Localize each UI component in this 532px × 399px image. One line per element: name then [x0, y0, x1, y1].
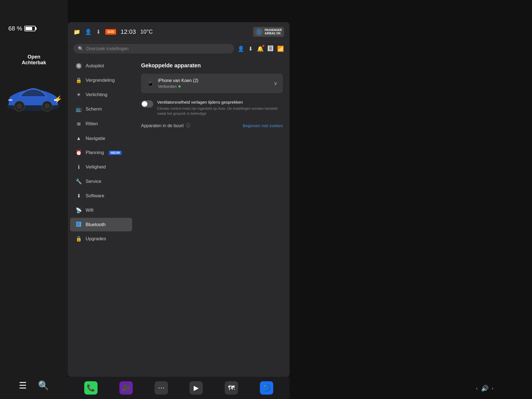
map-taskbar-icon[interactable]: 🗺 [225, 381, 238, 395]
connected-dot [178, 85, 181, 88]
vergrendeling-label: Vergrendeling [86, 78, 115, 83]
device-status: Verbonden [158, 84, 270, 89]
phone-taskbar-icon[interactable]: 📞 [84, 381, 98, 395]
charging-icon: ⚡ [54, 95, 62, 103]
ritten-label: Ritten [86, 121, 98, 127]
device-info: iPhone van Koen (2) Verbonden [158, 78, 270, 89]
nearby-section: Apparaten in de buurt ⓘ Beginnen met zoe… [141, 123, 283, 129]
header-time: 12:03 [121, 28, 136, 35]
verlichting-label: Verlichting [86, 92, 107, 98]
sidebar-item-autopilot[interactable]: 🔘 Autopilot [70, 59, 132, 73]
service-label: Service [86, 179, 101, 184]
user-icon[interactable]: 👤 [237, 45, 244, 52]
search-bar[interactable]: 🔍 Doorzoek instellingen [73, 44, 234, 53]
dots-taskbar-icon[interactable]: ⋯ [155, 381, 168, 395]
search-icon-left[interactable]: 🔍 [38, 380, 49, 391]
info-icon[interactable]: ⓘ [186, 123, 190, 129]
sidebar-item-software[interactable]: ⬇ Software [70, 189, 132, 203]
toggle-subtitle: Climate control moet zijn ingesteld op A… [157, 106, 283, 116]
planning-icon: ⏰ [76, 150, 82, 156]
bottom-left-icons: ☰ 🔍 [0, 380, 68, 391]
nearby-text: Apparaten in de buurt [141, 123, 184, 128]
sidebar-item-navigatie[interactable]: ▲ Navigatie [70, 132, 132, 145]
top-right-icons: 👤 ⬇ 🔔 🅱 📶 [237, 45, 284, 52]
sidebar-item-vergrendeling[interactable]: 🔒 Vergrendeling [70, 73, 132, 87]
device-card[interactable]: 📱 iPhone van Koen (2) Verbonden ∨ [141, 74, 283, 93]
veiligheid-label: Veiligheid [86, 164, 106, 170]
ritten-icon: ≋ [76, 121, 82, 127]
search-icon: 🔍 [78, 46, 83, 51]
verlichting-icon: ☀ [76, 92, 82, 98]
bluetooth-taskbar-icon[interactable]: 🔵 [260, 381, 273, 395]
navigatie-icon: ▲ [76, 135, 82, 141]
sidebar-item-bluetooth[interactable]: 🅱 Bluetooth [70, 218, 132, 231]
next-arrow[interactable]: › [492, 386, 493, 391]
svg-point-4 [44, 103, 50, 109]
planning-label: Planning [86, 150, 104, 155]
sidebar-item-planning[interactable]: ⏰ Planning NIEUW [70, 146, 132, 160]
wifi-icon: 📡 [76, 207, 82, 213]
sidebar-item-ritten[interactable]: ≋ Ritten [70, 117, 132, 131]
new-badge: NIEUW [109, 151, 121, 155]
sidebar-item-veiligheid[interactable]: ℹ Veiligheid [70, 160, 132, 174]
nearby-label: Apparaten in de buurt ⓘ [141, 123, 190, 129]
volume-icon[interactable]: 🔊 [481, 385, 488, 392]
autopilot-label: Autopilot [86, 63, 104, 69]
menu-icon[interactable]: ☰ [19, 380, 27, 391]
paired-devices-title: Gekoppelde apparaten [141, 62, 283, 69]
battery-icon [24, 26, 35, 31]
camera-taskbar-icon[interactable]: 🎥 [119, 381, 133, 395]
fan-toggle[interactable] [141, 100, 153, 108]
device-name: iPhone van Koen (2) [158, 78, 270, 83]
chevron-down-icon[interactable]: ∨ [274, 80, 277, 86]
svg-rect-6 [8, 99, 12, 101]
bluetooth-sidebar-icon: 🅱 [76, 222, 82, 227]
passenger-text: PASSENGER AIRBAG ON [265, 29, 282, 35]
folder-icon[interactable]: 📁 [73, 29, 80, 35]
autopilot-icon: 🔘 [76, 63, 82, 69]
toggle-description: Ventilatorsnelheid verlagen tijdens gesp… [157, 100, 283, 116]
upgrades-icon: 🔒 [76, 236, 82, 242]
veiligheid-icon: ℹ [76, 164, 82, 170]
main-content: 🔘 Autopilot 🔒 Vergrendeling ☀ Verlichtin… [68, 56, 290, 377]
svg-point-2 [17, 103, 22, 109]
sidebar: 🔘 Autopilot 🔒 Vergrendeling ☀ Verlichtin… [68, 56, 134, 377]
notification-dot [262, 45, 264, 47]
taskbar: 📞 🎥 ⋯ ▶ 🗺 🔵 [68, 377, 290, 399]
search-placeholder[interactable]: Doorzoek instellingen [86, 46, 129, 51]
sidebar-item-scherm[interactable]: 📺 Scherm [70, 102, 132, 116]
navigatie-label: Navigatie [86, 136, 105, 141]
airbag-icon: 👤 [255, 28, 263, 36]
sos-badge[interactable]: SOS [105, 29, 116, 35]
download-icon[interactable]: ⬇ [248, 45, 253, 52]
scherm-label: Scherm [86, 106, 102, 112]
vergrendeling-icon: 🔒 [76, 77, 82, 83]
prev-arrow[interactable]: ‹ [476, 386, 477, 391]
battery-info: 68 % [8, 25, 35, 32]
sidebar-item-wifi[interactable]: 📡 Wifi [70, 203, 132, 217]
wifi-label: Wifi [86, 208, 93, 213]
sidebar-item-verlichting[interactable]: ☀ Verlichting [70, 88, 132, 102]
header-temperature: 10°C [140, 29, 153, 35]
media-taskbar-icon[interactable]: ▶ [190, 381, 203, 395]
bell-icon[interactable]: 🔔 [257, 45, 264, 52]
status-icons-row: 🔍 Doorzoek instellingen 👤 ⬇ 🔔 🅱 📶 [68, 42, 290, 56]
scherm-icon: 📺 [76, 106, 82, 112]
fan-toggle-section: Ventilatorsnelheid verlagen tijdens gesp… [141, 100, 283, 116]
passenger-airbag-badge: 👤 PASSENGER AIRBAG ON [253, 27, 284, 37]
begin-zoeken-button[interactable]: Beginnen met zoeken [243, 123, 283, 128]
sidebar-item-service[interactable]: 🔧 Service [70, 175, 132, 188]
bluetooth-label: Bluetooth [86, 222, 106, 227]
toggle-title: Ventilatorsnelheid verlagen tijdens gesp… [157, 100, 283, 104]
screen-header: 📁 👤 ⬇ SOS 12:03 10°C 👤 PASSENGER AIRBAG … [68, 22, 290, 42]
phone-icon: 📱 [147, 80, 154, 87]
bluetooth-status-icon[interactable]: 🅱 [268, 45, 273, 52]
software-label: Software [86, 193, 104, 199]
download-header-icon[interactable]: ⬇ [96, 29, 101, 35]
sidebar-item-upgrades[interactable]: 🔒 Upgrades [70, 232, 132, 246]
header-right: 👤 PASSENGER AIRBAG ON [253, 27, 284, 37]
signal-icon[interactable]: 📶 [277, 45, 284, 52]
open-trunk-label[interactable]: Open Achterbak [22, 54, 46, 66]
profile-header-icon[interactable]: 👤 [85, 29, 92, 35]
software-icon: ⬇ [76, 193, 82, 199]
